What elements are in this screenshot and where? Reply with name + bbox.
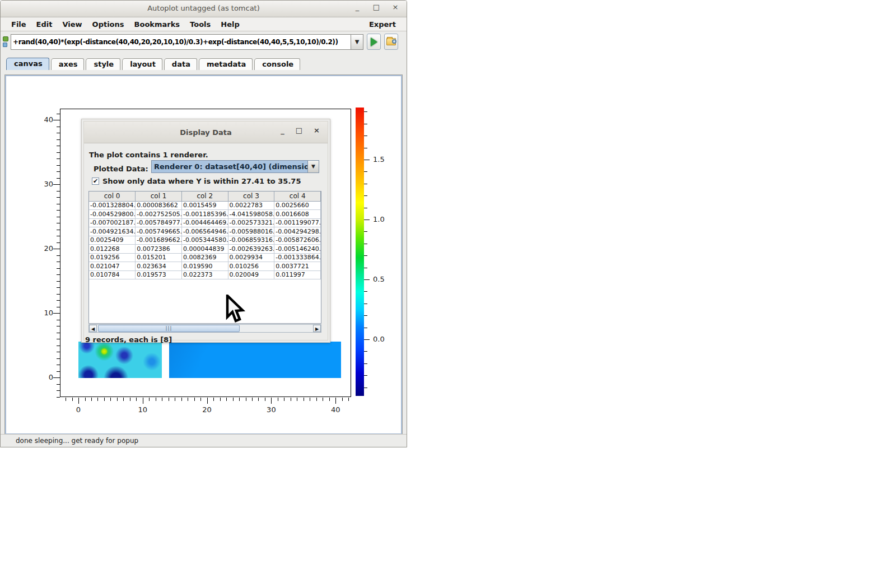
scrollbar-thumb[interactable]: ||| <box>98 325 240 332</box>
table-row[interactable]: -0.007002187...-0.005784977...-0.0044644… <box>89 218 321 227</box>
dialog-close-icon[interactable]: × <box>314 126 320 134</box>
datasource-stack-icon[interactable] <box>3 36 10 47</box>
menu-item-bookmarks[interactable]: Bookmarks <box>129 18 185 30</box>
table-cell-r2c4[interactable]: -0.001199077... <box>274 218 321 227</box>
menu-item-help[interactable]: Help <box>216 18 244 30</box>
table-cell-r3c0[interactable]: -0.004921634... <box>89 227 136 236</box>
table-cell-r1c3[interactable]: -4.041598058... <box>228 210 274 219</box>
tab-style[interactable]: style <box>86 58 120 70</box>
table-cell-r0c3[interactable]: 0.0022783 <box>228 201 274 210</box>
table-cell-r8c5[interactable]: 0.00 <box>321 270 321 279</box>
menu-item-expert[interactable]: Expert <box>364 18 401 30</box>
table-cell-r4c3[interactable]: -0.006859316... <box>228 236 274 245</box>
scrollbar-track[interactable]: ||| <box>97 325 313 332</box>
table-cell-r8c0[interactable]: 0.010784 <box>89 270 136 279</box>
table-cell-r4c0[interactable]: 0.0025409 <box>89 236 136 245</box>
table-cell-r5c2[interactable]: 0.000044839 <box>181 245 228 254</box>
table-row[interactable]: 0.0107840.0195730.0223730.0200490.011997… <box>89 270 321 279</box>
menu-item-view[interactable]: View <box>57 18 87 30</box>
table-row[interactable]: -0.004921634...-0.005749665...-0.0065649… <box>89 227 321 236</box>
table-hscrollbar[interactable]: ◀ ||| ▶ <box>88 324 321 333</box>
dialog-maximize-icon[interactable]: □ <box>296 126 302 134</box>
plot-canvas-panel[interactable]: Display Data _ □ × The plot contains 1 r… <box>4 74 403 435</box>
table-cell-r2c1[interactable]: -0.005784977... <box>136 218 182 227</box>
minimize-icon[interactable]: _ <box>353 3 362 11</box>
table-cell-r1c2[interactable]: -0.001185396... <box>181 210 228 219</box>
plotted-data-combo[interactable]: Renderer 0: dataset[40,40] (dimension...… <box>151 160 319 173</box>
table-cell-r3c3[interactable]: -0.005988016... <box>228 227 274 236</box>
table-cell-r3c4[interactable]: -0.004294298... <box>274 227 321 236</box>
dialog-minimize-icon[interactable]: _ <box>281 126 284 134</box>
close-icon[interactable]: × <box>391 3 400 11</box>
table-cell-r5c4[interactable]: -0.005146240... <box>274 245 321 254</box>
table-cell-r6c3[interactable]: 0.0029934 <box>228 253 274 262</box>
table-header-col4[interactable]: col 4 <box>274 192 321 201</box>
table-cell-r7c4[interactable]: 0.0037721 <box>274 262 321 271</box>
table-row[interactable]: -0.001328804...0.0000836620.00154590.002… <box>89 201 321 210</box>
table-row[interactable]: 0.0122680.00723860.000044839-0.002639263… <box>89 245 321 254</box>
data-table[interactable]: col 0col 1col 2col 3col 4-0.001328804...… <box>88 191 321 324</box>
menu-item-tools[interactable]: Tools <box>185 18 216 30</box>
table-cell-r5c5[interactable]: -0.0 <box>321 245 321 254</box>
colorbar[interactable] <box>356 108 364 396</box>
menu-item-file[interactable]: File <box>6 18 31 30</box>
inspect-uri-button[interactable] <box>384 34 398 50</box>
table-cell-r6c1[interactable]: 0.015201 <box>136 253 182 262</box>
table-cell-r7c1[interactable]: 0.023634 <box>136 262 182 271</box>
table-cell-r7c0[interactable]: 0.021047 <box>89 262 136 271</box>
tab-console[interactable]: console <box>254 58 300 70</box>
menu-item-options[interactable]: Options <box>87 18 129 30</box>
table-cell-r2c2[interactable]: -0.004464469... <box>181 218 228 227</box>
table-cell-r0c2[interactable]: 0.0015459 <box>181 201 228 210</box>
maximize-icon[interactable]: □ <box>372 3 381 11</box>
table-cell-r0c4[interactable]: 0.0025660 <box>274 201 321 210</box>
table-cell-r8c4[interactable]: 0.011997 <box>274 270 321 279</box>
table-cell-r4c5[interactable]: -0.0 <box>321 236 321 245</box>
table-cell-r5c3[interactable]: -0.002639263... <box>228 245 274 254</box>
tab-layout[interactable]: layout <box>122 58 162 70</box>
table-cell-r8c3[interactable]: 0.020049 <box>228 270 274 279</box>
scroll-right-icon[interactable]: ▶ <box>313 325 321 332</box>
table-cell-r7c3[interactable]: 0.010256 <box>228 262 274 271</box>
table-cell-r5c1[interactable]: 0.0072386 <box>136 245 182 254</box>
table-cell-r8c2[interactable]: 0.022373 <box>181 270 228 279</box>
table-cell-r0c5[interactable]: 0.00 <box>321 201 321 210</box>
table-cell-r2c5[interactable]: 0.00 <box>321 218 321 227</box>
table-header-col3[interactable]: col 3 <box>228 192 274 201</box>
filter-checkbox[interactable]: ✔ <box>92 178 99 185</box>
scroll-left-icon[interactable]: ◀ <box>89 325 97 332</box>
table-cell-r7c5[interactable]: -0.0 <box>321 262 321 271</box>
table-header-col0[interactable]: col 0 <box>89 192 136 201</box>
table-cell-r2c0[interactable]: -0.007002187... <box>89 218 136 227</box>
table-cell-r2c3[interactable]: -0.002573321... <box>228 218 274 227</box>
table-row[interactable]: 0.0210470.0236340.0195900.0102560.003772… <box>89 262 321 271</box>
uri-dropdown-icon[interactable]: ▼ <box>351 34 363 50</box>
table-cell-r6c4[interactable]: -0.001333864... <box>274 253 321 262</box>
tab-metadata[interactable]: metadata <box>199 58 253 70</box>
table-row[interactable]: -0.004529800...-0.002752505...-0.0011853… <box>89 210 321 219</box>
table-cell-r1c5[interactable]: 0.00 <box>321 210 321 219</box>
table-cell-r6c2[interactable]: 0.0082369 <box>181 253 228 262</box>
table-cell-r1c1[interactable]: -0.002752505... <box>136 210 182 219</box>
tab-data[interactable]: data <box>164 58 197 70</box>
table-row[interactable]: 0.0192560.0152010.00823690.0029934-0.001… <box>89 253 321 262</box>
uri-input[interactable] <box>11 34 351 50</box>
table-cell-r4c1[interactable]: -0.001689662... <box>136 236 182 245</box>
table-cell-r6c0[interactable]: 0.019256 <box>89 253 136 262</box>
dialog-titlebar[interactable]: Display Data _ □ × <box>84 122 328 143</box>
table-cell-r4c4[interactable]: -0.005872606... <box>274 236 321 245</box>
table-cell-r0c0[interactable]: -0.001328804... <box>89 201 136 210</box>
table-header-col5[interactable] <box>321 192 321 201</box>
table-header-col1[interactable]: col 1 <box>136 192 182 201</box>
table-cell-r3c2[interactable]: -0.006564946... <box>181 227 228 236</box>
tab-axes[interactable]: axes <box>51 58 85 70</box>
table-cell-r6c5[interactable]: -0.0 <box>321 253 321 262</box>
table-cell-r5c0[interactable]: 0.012268 <box>89 245 136 254</box>
table-header-col2[interactable]: col 2 <box>181 192 228 201</box>
table-cell-r7c2[interactable]: 0.019590 <box>181 262 228 271</box>
tab-canvas[interactable]: canvas <box>6 58 49 70</box>
table-cell-r3c1[interactable]: -0.005749665... <box>136 227 182 236</box>
table-cell-r3c5[interactable]: -0.0 <box>321 227 321 236</box>
table-cell-r1c0[interactable]: -0.004529800... <box>89 210 136 219</box>
table-cell-r8c1[interactable]: 0.019573 <box>136 270 182 279</box>
